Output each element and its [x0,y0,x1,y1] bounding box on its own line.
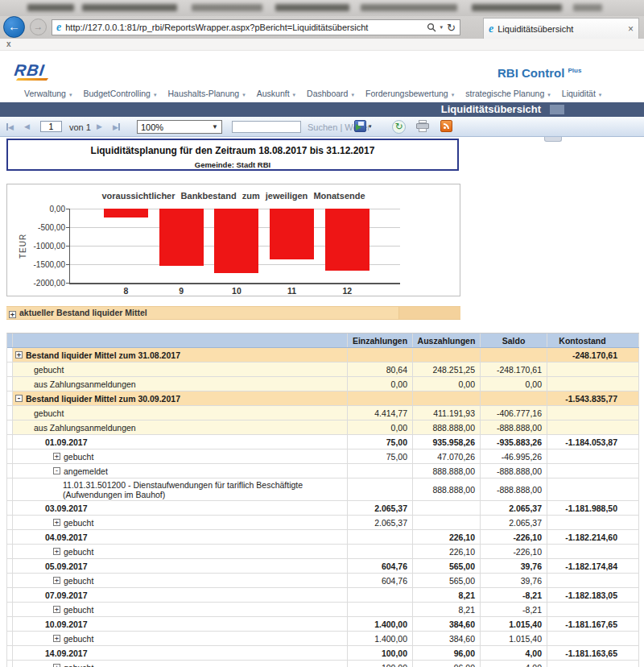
first-page-button[interactable]: ◀ [6,123,14,131]
menu-item-label: Verwaltung [24,89,66,98]
table-row: 05.09.2017604,76565,0039,76-1.182.174,84 [7,559,639,574]
export-button[interactable]: ▾ [354,120,372,132]
expand-icon[interactable]: + [53,606,60,613]
page-refresh-icon[interactable]: ↻ [447,22,456,34]
zoom-value: 100% [141,122,212,132]
collapse-icon[interactable]: - [15,395,23,402]
menu-item-label: strategische Planung [465,89,544,98]
zoom-select[interactable]: 100% ▼ [137,120,222,134]
export-caret-icon[interactable]: ▾ [369,123,372,130]
menu-item-auskunft[interactable]: Auskunft▾ [257,89,295,98]
search-icon[interactable] [427,23,436,32]
row-label: 05.09.2017 [45,561,88,571]
cell-saldo: 2.065,37 [481,501,547,515]
browser-back-button[interactable]: ← [3,16,25,38]
cell-kontostand [547,632,639,645]
row-label-cell: -angemeldet [13,464,348,478]
cell-einzahlungen: 80,64 [348,362,413,376]
menu-item-label: Liquidität [562,89,596,98]
chart-title: voraussichtlicher Bankbestand zum jeweil… [7,191,460,201]
row-label: 07.09.2017 [45,590,88,600]
expand-icon[interactable]: + [53,453,60,460]
report-subtitle: Gemeinde: Stadt RBI [8,160,457,169]
row-label: gebucht [64,547,93,557]
row-gutter-cell [7,530,13,544]
menu-item-forderungsbewertung[interactable]: Forderungsbewertung▾ [365,89,454,98]
row-label-cell: 04.09.2017 [13,530,348,544]
cell-auszahlungen-value: 226,10 [449,547,475,557]
datafeed-button[interactable] [440,120,452,132]
cell-saldo: 0,00 [481,377,547,391]
stray-close-icon[interactable]: x [6,39,11,48]
y-axis-line [69,209,70,283]
cell-auszahlungen: 888.888,00 [413,420,481,434]
row-label-cell: aus Zahlungsanmeldungen [13,377,348,391]
cell-einzahlungen-value: 2.065,37 [374,503,407,513]
menu-item-budgetcontrolling[interactable]: BudgetControlling▾ [83,89,156,98]
row-gutter-cell [7,603,13,616]
cell-saldo-value: -888.888,00 [497,466,542,476]
page-number-input[interactable] [40,121,62,132]
expand-icon[interactable]: + [15,351,23,358]
find-button[interactable]: Suchen [308,122,337,132]
expand-icon[interactable]: + [53,548,60,555]
row-label-cell: +gebucht [13,545,348,558]
address-bar[interactable]: e http://127.0.0.1:81/rp_rbi/ReportsWrap… [52,19,460,35]
row-label: Bestand liquider Mittel zum 31.08.2017 [26,350,180,360]
next-page-button[interactable]: ▶ [97,123,102,130]
table-row: 10.09.20171.400,00384,601.015,40-1.181.1… [7,617,639,632]
row-label-cell: 11.01.31.501200 - Dienstaufwendungen für… [13,478,348,500]
cell-kontostand [547,450,639,463]
prev-page-button[interactable]: ◀ [24,123,30,130]
row-gutter-cell [7,646,13,660]
last-page-button[interactable]: ▶ [113,123,120,131]
cell-auszahlungen: 248.251,25 [413,362,481,376]
expand-icon[interactable]: + [53,577,60,584]
browser-forward-button[interactable]: → [30,19,47,35]
cell-einzahlungen: 2.065,37 [348,516,413,529]
row-label: gebucht [64,518,93,528]
expand-icon[interactable]: + [53,519,60,526]
cell-einzahlungen [348,478,413,500]
cell-auszahlungen: 8,21 [413,603,481,616]
cell-einzahlungen-value: 0,00 [391,423,407,433]
url-text[interactable]: http://127.0.0.1:81/rp_rbi/ReportsWrappe… [65,23,422,32]
search-input[interactable] [232,121,301,133]
row-label: gebucht [64,663,93,667]
section-toggle-bar[interactable]: +aktueller Bestand liquider Mittel [6,306,460,320]
refresh-report-button[interactable]: ↻ [392,120,406,134]
cell-einzahlungen-value: 1.400,00 [374,634,407,644]
menu-item-haushalts-planung[interactable]: Haushalts-Planung▾ [167,89,245,98]
row-label: gebucht [34,365,64,375]
row-label-cell: 05.09.2017 [13,559,348,573]
address-dropdown-icon[interactable]: ▾ [440,24,444,31]
cell-einzahlungen: 1.400,00 [348,632,413,645]
expand-icon[interactable]: + [53,664,60,667]
cell-einzahlungen: 1.400,00 [348,617,413,631]
rbi-logo[interactable]: RBI [14,61,47,81]
cell-auszahlungen: 411.191,93 [413,406,481,420]
expand-icon[interactable]: + [53,635,60,642]
browser-tab[interactable]: e Liquiditätsübersicht × [483,18,639,39]
row-label: gebucht [64,576,93,586]
cell-auszahlungen-value: 565,00 [449,576,475,586]
cell-kontostand [547,406,639,420]
menu-item-dashboard[interactable]: Dashboard▾ [307,89,354,98]
menu-item-verwaltung[interactable]: Verwaltung▾ [24,89,72,98]
section-label: aktueller Bestand liquider Mittel [19,308,147,317]
collapse-icon[interactable]: - [53,467,60,474]
cell-auszahlungen-value: 96,00 [454,663,475,667]
menu-item-strategische-planung[interactable]: strategische Planung▾ [465,89,551,98]
toolbar-strip: x [0,39,644,51]
redacted-window-title [573,4,602,11]
tab-close-icon[interactable]: × [628,23,634,35]
print-button[interactable] [416,120,429,132]
expand-icon[interactable]: + [9,311,16,318]
row-label-cell: +gebucht [13,632,348,645]
cell-saldo-value: 0,00 [526,379,542,389]
row-gutter-cell [7,464,13,478]
cell-auszahlungen: 888.888,00 [413,464,481,478]
params-collapse-handle[interactable] [544,137,562,142]
menu-item-liquidit-t[interactable]: Liquidität▾ [562,89,602,98]
cell-einzahlungen-value: 604,76 [382,576,407,586]
